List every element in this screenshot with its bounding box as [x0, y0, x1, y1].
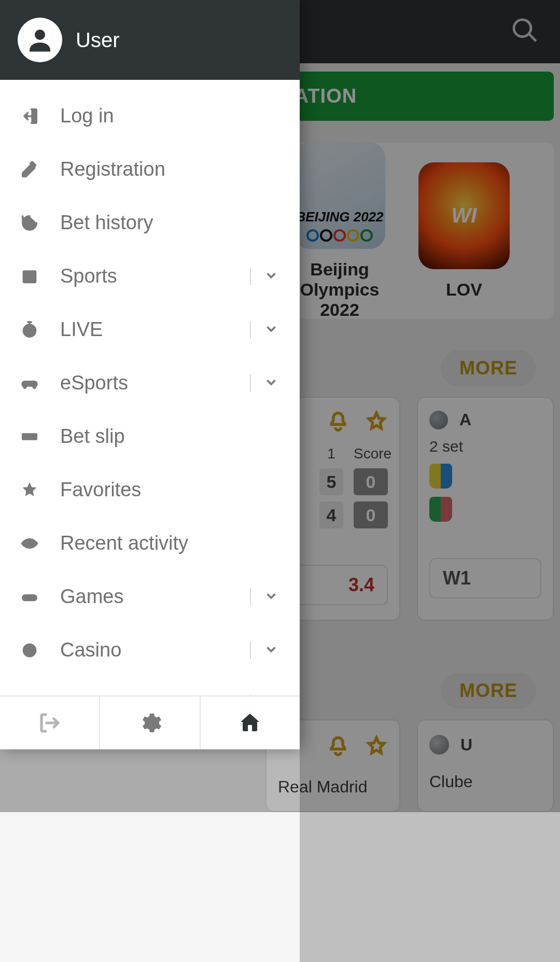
set-label: 2 set	[429, 438, 541, 455]
eye-icon	[19, 533, 40, 554]
home-button[interactable]	[201, 696, 300, 749]
chip-icon	[19, 639, 40, 661]
menu-item-label: Sports	[60, 265, 250, 287]
chevron-down-icon[interactable]	[263, 374, 279, 392]
chevron-down-icon[interactable]	[263, 268, 279, 285]
svg-point-11	[34, 597, 35, 599]
menu-item-casino[interactable]: Casino	[0, 623, 300, 677]
score-cell: 0	[354, 501, 388, 528]
menu-item-label: Bet history	[60, 212, 279, 234]
jersey-icon	[429, 497, 452, 522]
event-letter: A	[459, 410, 471, 429]
drawer-header: User	[0, 0, 300, 80]
event-card[interactable]: A 2 set W1	[417, 397, 554, 621]
svg-rect-7	[22, 433, 37, 440]
divider	[250, 642, 251, 659]
odds-value[interactable]: W1	[429, 558, 541, 598]
menu-item-esports[interactable]: eSports	[0, 356, 300, 410]
svg-point-8	[27, 541, 32, 545]
score-cell: 4	[319, 501, 343, 528]
menu-item-label: Favorites	[60, 479, 279, 501]
promo-beijing[interactable]: BEIJING 2022 Beijing Olympics 2022	[286, 142, 393, 320]
promo-tile-fire: WI	[418, 162, 510, 269]
score-col-period: 1	[319, 445, 343, 462]
promo-label: Beijing Olympics 2022	[286, 259, 393, 320]
more-button[interactable]: MORE	[441, 673, 536, 709]
stopwatch-icon	[19, 319, 40, 341]
user-label: User	[76, 29, 119, 52]
jersey-icon	[429, 464, 452, 489]
event-card[interactable]: U Clube	[417, 719, 554, 812]
divider	[250, 374, 251, 392]
event-letter: U	[460, 735, 472, 755]
menu-item-label: Recent activity	[60, 532, 279, 554]
star-icon	[19, 479, 40, 501]
team-name: Clube	[429, 772, 541, 791]
score-cell: 0	[354, 468, 388, 495]
logout-button[interactable]	[0, 696, 100, 749]
divider	[250, 321, 251, 339]
chevron-down-icon[interactable]	[263, 321, 279, 339]
tennis-icon	[429, 411, 448, 429]
menu-item-sports[interactable]: Sports	[0, 249, 300, 303]
drawer-menu: Log inRegistrationBet historySportsLIVEe…	[0, 80, 300, 695]
team-name: Real Madrid	[278, 777, 388, 797]
gamepad-icon	[19, 372, 40, 394]
menu-item-promotions[interactable]: Promotions	[0, 677, 300, 695]
menu-item-favorites[interactable]: Favorites	[0, 463, 300, 517]
calendar-icon	[19, 266, 40, 287]
svg-point-4	[31, 277, 33, 279]
edit-icon	[19, 159, 40, 180]
football-icon	[429, 735, 449, 755]
menu-item-label: eSports	[60, 372, 250, 394]
promo-fire[interactable]: WI LOV	[411, 162, 517, 300]
history-icon	[19, 212, 40, 234]
svg-rect-1	[23, 270, 37, 283]
chevron-down-icon[interactable]	[263, 642, 279, 659]
menu-item-games[interactable]: Games	[0, 570, 300, 623]
menu-item-recent-activity[interactable]: Recent activity	[0, 517, 300, 570]
settings-button[interactable]	[100, 696, 200, 749]
divider	[250, 588, 251, 606]
svg-point-6	[32, 382, 34, 384]
chevron-down-icon[interactable]	[263, 588, 279, 606]
dim-overlay	[300, 0, 560, 962]
score-cell: 5	[319, 468, 343, 495]
promo-tile-beijing: BEIJING 2022	[294, 142, 385, 249]
star-icon[interactable]	[365, 410, 388, 435]
drawer-bottom-bar	[0, 695, 300, 749]
menu-item-label: Log in	[60, 105, 279, 127]
menu-item-bet-slip[interactable]: Bet slip	[0, 410, 300, 463]
avatar-icon[interactable]	[18, 18, 62, 62]
search-icon[interactable]	[510, 16, 539, 47]
menu-item-label: Bet slip	[60, 425, 279, 448]
divider	[250, 268, 251, 285]
menu-item-bet-history[interactable]: Bet history	[0, 196, 300, 249]
menu-item-label: Casino	[60, 639, 250, 661]
menu-item-label: Games	[60, 585, 250, 608]
menu-item-label: LIVE	[60, 318, 250, 341]
svg-point-2	[26, 277, 28, 279]
svg-point-0	[35, 30, 45, 40]
bell-icon[interactable]	[327, 410, 349, 435]
svg-point-3	[29, 277, 31, 279]
star-icon[interactable]	[365, 735, 388, 760]
login-icon	[19, 105, 40, 127]
menu-item-label: Registration	[60, 158, 279, 180]
ticket-icon	[19, 426, 40, 448]
gamepad2-icon	[19, 586, 40, 608]
side-drawer: User Log inRegistrationBet historySports…	[0, 0, 300, 749]
more-button[interactable]: MORE	[441, 350, 536, 386]
svg-point-13	[26, 647, 33, 653]
svg-point-10	[32, 596, 34, 597]
menu-item-live[interactable]: LIVE	[0, 303, 300, 356]
menu-item-registration[interactable]: Registration	[0, 143, 300, 196]
bell-icon[interactable]	[327, 735, 349, 760]
score-col-score: Score	[354, 445, 388, 462]
svg-rect-9	[22, 594, 37, 601]
promo-label: LOV	[446, 280, 482, 300]
menu-item-log-in[interactable]: Log in	[0, 89, 300, 143]
